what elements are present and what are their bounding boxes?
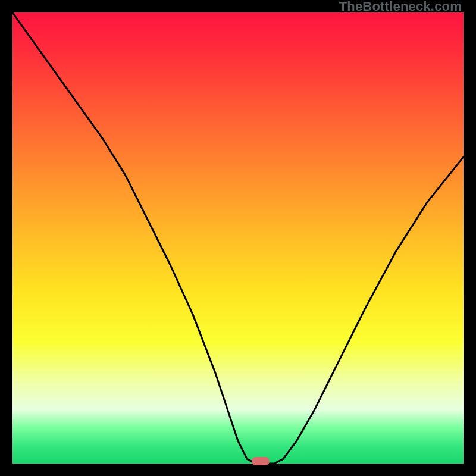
curve-layer — [12, 12, 464, 464]
optimum-marker — [252, 457, 270, 465]
plot-area — [12, 12, 464, 464]
watermark-text: TheBottleneck.com — [339, 0, 462, 13]
chart-frame: TheBottleneck.com — [0, 0, 476, 476]
bottleneck-curve — [12, 12, 464, 464]
